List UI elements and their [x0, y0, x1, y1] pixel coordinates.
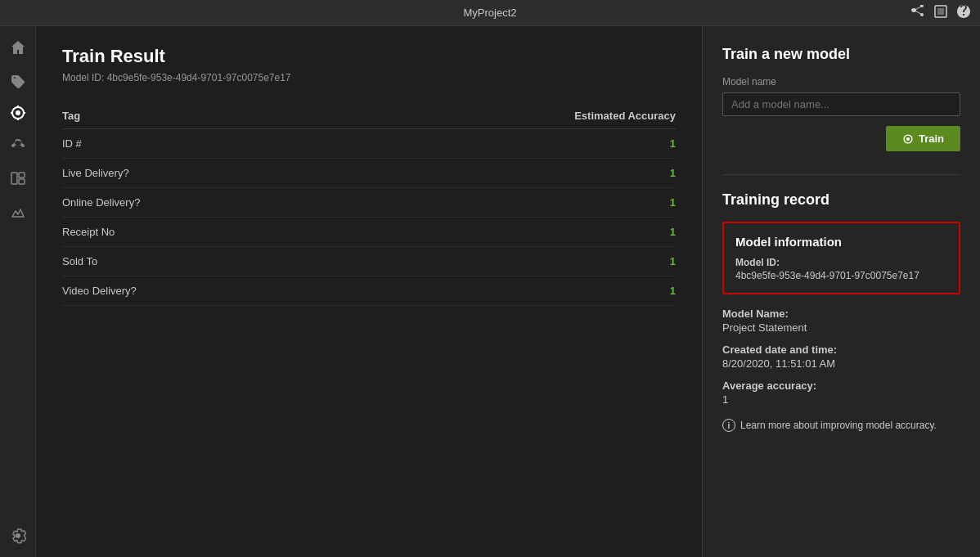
- svg-rect-8: [19, 179, 25, 184]
- layout-icon: [10, 170, 26, 186]
- page-title: Train Result: [62, 46, 676, 67]
- accuracy-value: 1: [722, 393, 960, 406]
- window-icon[interactable]: [934, 5, 947, 20]
- accuracy-section: Average accuracy: 1: [722, 380, 960, 406]
- cell-accuracy: 1: [329, 129, 676, 159]
- cell-accuracy: 1: [329, 188, 676, 218]
- table-row: Sold To1: [62, 247, 676, 276]
- sidebar-item-train[interactable]: [3, 98, 33, 128]
- svg-rect-7: [19, 173, 25, 177]
- col-accuracy: Estimated Accuracy: [329, 103, 676, 129]
- cell-accuracy: 1: [329, 159, 676, 188]
- cell-accuracy: 1: [329, 247, 676, 276]
- svg-rect-1: [937, 8, 944, 15]
- results-table: Tag Estimated Accuracy ID #1Live Deliver…: [62, 103, 676, 306]
- cell-accuracy: 1: [329, 218, 676, 247]
- settings-icon: [10, 528, 26, 544]
- sidebar-item-tag[interactable]: [3, 65, 33, 95]
- model-name-input[interactable]: [722, 92, 960, 116]
- tag-icon: [10, 72, 26, 88]
- model-id-card-value: 4bc9e5fe-953e-49d4-9701-97c0075e7e17: [735, 270, 947, 281]
- svg-point-4: [11, 144, 15, 147]
- model-name-detail-label: Model Name:: [722, 308, 960, 320]
- top-bar: MyProject2: [0, 0, 980, 26]
- model-info-card: Model information Model ID: 4bc9e5fe-953…: [722, 222, 960, 294]
- model-id-row: Model ID: 4bc9e5fe-953e-49d4-9701-97c007…: [735, 257, 947, 281]
- model-name-section: Model Name: Project Statement: [722, 308, 960, 334]
- cell-tag: ID #: [62, 129, 329, 159]
- learn-more[interactable]: i Learn more about improving model accur…: [722, 419, 960, 432]
- connections-icon: [10, 137, 26, 154]
- model-name-label: Model name: [722, 76, 960, 88]
- sidebar-item-predict[interactable]: [3, 196, 33, 226]
- train-section-title: Train a new model: [722, 46, 960, 63]
- sidebar-item-connections[interactable]: [3, 131, 33, 160]
- table-row: Video Delivery?1: [62, 276, 676, 306]
- svg-point-3: [16, 110, 20, 115]
- train-button-icon: [902, 133, 914, 145]
- table-body: ID #1Live Delivery?1Online Delivery?1Rec…: [62, 129, 676, 306]
- home-icon: [10, 39, 26, 56]
- train-button-label: Train: [919, 133, 944, 145]
- info-circle-icon: i: [722, 419, 735, 432]
- accuracy-label: Average accuracy:: [722, 380, 960, 392]
- created-value: 8/20/2020, 11:51:01 AM: [722, 357, 960, 370]
- svg-point-10: [906, 137, 910, 140]
- svg-rect-6: [11, 173, 17, 184]
- cell-tag: Sold To: [62, 247, 329, 276]
- model-name-detail-value: Project Statement: [722, 321, 960, 334]
- left-panel: Train Result Model ID: 4bc9e5fe-953e-49d…: [36, 26, 702, 557]
- learn-more-text: Learn more about improving model accurac…: [740, 420, 937, 431]
- train-icon: [10, 105, 26, 121]
- cell-tag: Live Delivery?: [62, 159, 329, 188]
- model-id-subtitle: Model ID: 4bc9e5fe-953e-49d4-9701-97c007…: [62, 72, 676, 83]
- table-row: ID #1: [62, 129, 676, 159]
- model-id-card-label: Model ID:: [735, 257, 947, 268]
- sidebar: [0, 26, 36, 557]
- training-record-title: Training record: [722, 191, 960, 209]
- table-row: Receipt No1: [62, 218, 676, 247]
- right-panel: Train a new model Model name Train Train…: [702, 26, 980, 557]
- cell-tag: Receipt No: [62, 218, 329, 247]
- created-label: Created date and time:: [722, 344, 960, 356]
- table-header: Tag Estimated Accuracy: [62, 103, 676, 129]
- model-info-title: Model information: [735, 235, 947, 249]
- sidebar-item-home[interactable]: [3, 33, 33, 62]
- main-content: Train Result Model ID: 4bc9e5fe-953e-49d…: [36, 26, 980, 557]
- predict-icon: [10, 203, 26, 219]
- col-tag: Tag: [62, 103, 329, 129]
- help-icon[interactable]: [957, 5, 970, 20]
- train-button[interactable]: Train: [886, 126, 960, 151]
- created-section: Created date and time: 8/20/2020, 11:51:…: [722, 344, 960, 370]
- table-row: Online Delivery?1: [62, 188, 676, 218]
- sidebar-item-settings[interactable]: [3, 521, 33, 550]
- svg-point-5: [21, 144, 25, 147]
- cell-accuracy: 1: [329, 276, 676, 306]
- cell-tag: Video Delivery?: [62, 276, 329, 306]
- app-shell: Train Result Model ID: 4bc9e5fe-953e-49d…: [0, 26, 980, 557]
- table-row: Live Delivery?1: [62, 159, 676, 188]
- divider: [722, 174, 960, 175]
- share-icon[interactable]: [911, 5, 924, 20]
- sidebar-item-layout[interactable]: [3, 164, 33, 193]
- cell-tag: Online Delivery?: [62, 188, 329, 218]
- app-title: MyProject2: [463, 7, 516, 19]
